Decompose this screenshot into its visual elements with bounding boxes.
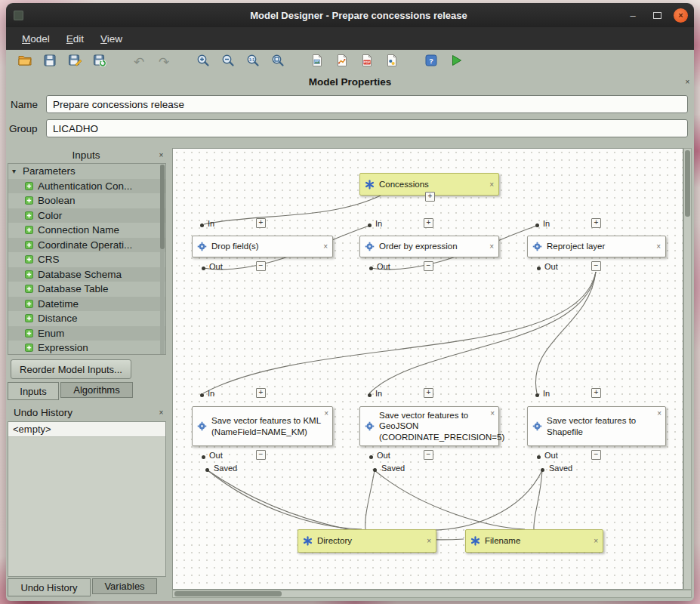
- collapse-out-button[interactable]: −: [424, 450, 433, 460]
- out-socket[interactable]: [537, 267, 541, 270]
- export-as-python-button[interactable]: [382, 52, 402, 72]
- node-reproject-layer[interactable]: Reproject layer ×: [527, 236, 666, 257]
- minimize-button[interactable]: –: [625, 10, 640, 21]
- model-canvas[interactable]: Concessions × + In + Drop field(s) × Out…: [172, 148, 683, 590]
- tree-item-distance[interactable]: Distance: [8, 311, 165, 326]
- export-as-image-button[interactable]: [307, 52, 327, 72]
- tree-item-database-schema[interactable]: Database Schema: [8, 267, 165, 282]
- tree-scrollbar[interactable]: [160, 165, 165, 355]
- tab-undo-history[interactable]: Undo History: [8, 578, 91, 596]
- in-socket[interactable]: [200, 223, 204, 227]
- out-socket[interactable]: [369, 455, 373, 459]
- edit-model-help-button[interactable]: ?: [421, 52, 441, 72]
- collapse-out-button[interactable]: −: [256, 450, 266, 460]
- in-socket[interactable]: [535, 393, 539, 397]
- remove-node-icon[interactable]: ×: [656, 242, 661, 251]
- close-button[interactable]: ×: [674, 8, 688, 23]
- inputs-dock-close-icon[interactable]: ×: [156, 150, 166, 160]
- expand-socket-button[interactable]: +: [425, 192, 435, 202]
- vertical-scrollbar-thumb[interactable]: [685, 150, 690, 217]
- save-model-button[interactable]: [40, 52, 60, 72]
- remove-node-icon[interactable]: ×: [324, 409, 328, 418]
- remove-node-icon[interactable]: ×: [489, 180, 494, 189]
- node-drop-fields[interactable]: Drop field(s) ×: [192, 236, 333, 257]
- open-model-button[interactable]: [15, 52, 35, 72]
- export-as-pdf-button[interactable]: PDF: [357, 52, 377, 72]
- tab-algorithms[interactable]: Algorithms: [60, 382, 133, 398]
- undo-history-close-icon[interactable]: ×: [156, 408, 166, 418]
- tree-item-expression[interactable]: Expression: [8, 341, 165, 355]
- tree-item-database-table[interactable]: Database Table: [8, 282, 165, 297]
- tree-item-coordinate-operation[interactable]: Coordinate Operati...: [8, 238, 165, 253]
- saved-socket[interactable]: [205, 468, 209, 472]
- export-as-svg-button[interactable]: [332, 52, 352, 72]
- in-socket[interactable]: [368, 393, 372, 397]
- horizontal-scrollbar-thumb[interactable]: [174, 591, 282, 596]
- zoom-in-button[interactable]: [193, 52, 213, 72]
- collapse-out-button[interactable]: −: [256, 261, 266, 271]
- remove-node-icon[interactable]: ×: [489, 242, 494, 251]
- in-socket[interactable]: [535, 223, 539, 227]
- expand-in-button[interactable]: +: [591, 218, 601, 228]
- model-properties-close-icon[interactable]: ×: [683, 77, 692, 87]
- zoom-full-button[interactable]: [268, 52, 288, 72]
- tree-item-authentication[interactable]: Authentication Con...: [8, 179, 165, 194]
- node-order-by-expression[interactable]: Order by expression ×: [359, 236, 499, 257]
- saved-socket[interactable]: [373, 468, 377, 472]
- node-save-shapefile[interactable]: Save vector features to Shapefile ×: [527, 406, 666, 446]
- tab-inputs[interactable]: Inputs: [8, 382, 59, 400]
- collapse-out-button[interactable]: −: [591, 450, 601, 460]
- undo-history-entry[interactable]: <empty>: [8, 422, 165, 437]
- expand-in-button[interactable]: +: [424, 388, 433, 398]
- model-group-input[interactable]: [46, 119, 688, 137]
- node-save-geojson[interactable]: Save vector features to GeoJSON (COORDIN…: [359, 406, 499, 446]
- model-name-input[interactable]: [46, 95, 688, 113]
- maximize-button[interactable]: [649, 10, 665, 21]
- node-save-kml[interactable]: Save vector features to KML (NameField=N…: [192, 406, 333, 446]
- menu-view[interactable]: View: [92, 30, 131, 48]
- out-socket[interactable]: [202, 267, 205, 270]
- zoom-out-button[interactable]: [218, 52, 238, 72]
- save-model-as-button[interactable]: [65, 52, 85, 72]
- remove-node-icon[interactable]: ×: [657, 409, 661, 418]
- zoom-actual-button[interactable]: 1:1: [243, 52, 263, 72]
- canvas-vertical-scrollbar[interactable]: [683, 148, 692, 590]
- tree-item-boolean[interactable]: Boolean: [8, 193, 165, 208]
- menu-model[interactable]: Model: [14, 30, 58, 48]
- tree-item-enum[interactable]: Enum: [8, 326, 165, 341]
- expander-icon[interactable]: ▾: [12, 167, 23, 175]
- tree-item-datetime[interactable]: Datetime: [8, 297, 165, 312]
- redo-button[interactable]: ↷: [154, 52, 174, 72]
- in-socket[interactable]: [200, 393, 204, 397]
- remove-node-icon[interactable]: ×: [323, 242, 328, 251]
- expand-in-button[interactable]: +: [256, 388, 266, 398]
- out-socket[interactable]: [369, 267, 373, 270]
- canvas-horizontal-scrollbar[interactable]: [172, 590, 692, 598]
- expand-in-button[interactable]: +: [591, 388, 601, 398]
- node-filename[interactable]: Filename ×: [465, 529, 603, 553]
- out-socket[interactable]: [537, 455, 541, 459]
- expand-in-button[interactable]: +: [424, 218, 433, 228]
- undo-button[interactable]: ↶: [129, 52, 149, 72]
- run-model-button[interactable]: [446, 52, 466, 72]
- titlebar[interactable]: Model Designer - Prepare concessions rel…: [6, 3, 694, 27]
- save-model-in-project-button[interactable]: [90, 52, 109, 72]
- tree-item-connection-name[interactable]: Connection Name: [8, 223, 165, 238]
- expand-in-button[interactable]: +: [256, 218, 266, 228]
- remove-node-icon[interactable]: ×: [490, 409, 495, 418]
- collapse-out-button[interactable]: −: [424, 261, 433, 271]
- reorder-inputs-button[interactable]: Reorder Model Inputs...: [11, 359, 131, 379]
- remove-node-icon[interactable]: ×: [594, 537, 598, 545]
- collapse-out-button[interactable]: −: [591, 261, 601, 271]
- tab-variables[interactable]: Variables: [92, 578, 157, 594]
- node-directory[interactable]: Directory ×: [298, 529, 436, 553]
- in-socket[interactable]: [368, 223, 372, 227]
- tree-item-color[interactable]: Color: [8, 208, 165, 223]
- tree-item-crs[interactable]: CRS: [8, 252, 165, 267]
- tree-scrollbar-thumb[interactable]: [160, 165, 165, 249]
- remove-node-icon[interactable]: ×: [427, 537, 431, 545]
- tree-item-parameters[interactable]: ▾ Parameters: [8, 164, 165, 179]
- saved-socket[interactable]: [541, 468, 544, 472]
- out-socket[interactable]: [202, 455, 205, 459]
- menu-edit[interactable]: Edit: [58, 30, 92, 48]
